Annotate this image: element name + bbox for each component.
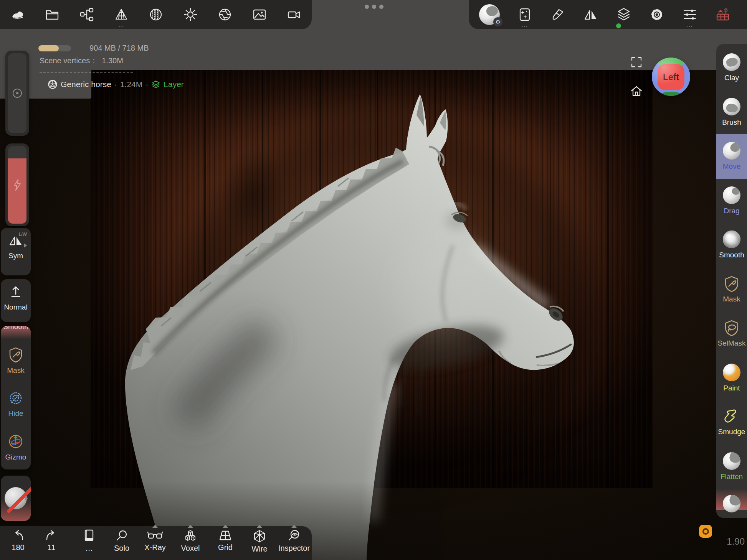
caret-up-icon <box>223 525 228 528</box>
chevron-right-icon <box>24 243 29 248</box>
chevron-right-icon <box>25 496 30 501</box>
matcap-sphere-icon: ⚙ <box>479 4 500 25</box>
normal-label: Normal <box>1 303 31 311</box>
radius-slider[interactable] <box>5 51 29 136</box>
view-scale-value: 1.90 <box>714 536 745 547</box>
memory-usage-bar <box>38 45 71 51</box>
sphere-icon <box>723 495 740 512</box>
material-icon[interactable] <box>147 6 164 23</box>
tool-mask[interactable]: Mask <box>716 267 747 312</box>
orientation-gizmo[interactable]: Left <box>652 58 690 96</box>
hide-dotted-icon <box>8 390 23 406</box>
drag-sphere-icon <box>723 186 740 204</box>
smudge-finger-icon <box>723 408 740 425</box>
camera-icon[interactable] <box>286 6 302 23</box>
mask-shield-icon <box>8 347 23 363</box>
stroke-normal-button[interactable]: Normal <box>1 279 31 322</box>
tool-flatten[interactable]: Flatten <box>716 445 747 489</box>
clay-sphere-icon <box>723 53 740 71</box>
symmetry-button[interactable] <box>582 6 599 23</box>
tool-paint[interactable]: Paint <box>716 356 747 400</box>
redo-button[interactable]: 11 <box>34 529 69 552</box>
postprocess-icon[interactable] <box>216 6 233 23</box>
symmetry-button[interactable]: L/W Sym <box>1 228 31 275</box>
selmask-shield-icon <box>724 320 740 336</box>
flatten-sphere-icon <box>723 452 740 470</box>
scene-vertices: Scene vertices： 1.30M <box>40 56 123 66</box>
tool-next-partial[interactable] <box>716 489 747 510</box>
brush-sphere-icon <box>723 98 740 115</box>
material-none-button[interactable] <box>1 476 31 521</box>
gizmo-axes-icon <box>8 433 24 450</box>
layer-icon <box>151 80 160 89</box>
gear-badge-icon: ⚙ <box>493 17 502 26</box>
record-badge-button[interactable] <box>699 525 712 538</box>
tool-gizmo[interactable]: Gizmo <box>1 426 31 469</box>
tool-hide[interactable]: Hide <box>1 382 31 426</box>
layers-button[interactable] <box>615 6 632 23</box>
caret-up-icon <box>152 525 158 528</box>
gizmo-shine <box>652 58 690 96</box>
notes-button[interactable]: … <box>71 529 107 553</box>
topology-icon[interactable]: … <box>113 6 130 23</box>
settings-button[interactable] <box>648 6 665 23</box>
paint-sphere-icon <box>723 364 740 381</box>
object-name: Generic horse <box>61 80 111 89</box>
move-sphere-icon <box>723 142 740 160</box>
xray-button[interactable]: X-Ray <box>137 529 173 552</box>
tool-sidebar[interactable]: Clay Brush Move Drag Smooth Mask SelMask… <box>716 44 747 518</box>
tool-mask[interactable]: Mask <box>1 339 31 382</box>
paint-mode-button[interactable] <box>549 6 566 23</box>
tool-move[interactable]: Move <box>716 134 747 179</box>
unsaved-dot <box>616 23 621 28</box>
layer-label[interactable]: Layer <box>164 80 184 89</box>
mask-shield-icon <box>724 275 740 292</box>
left-tool-list[interactable]: Smooth Mask Hide Gizmo <box>1 326 31 469</box>
memory-bar-fill <box>38 45 59 51</box>
sym-mode-label: L/W <box>19 232 27 237</box>
object-header[interactable]: Generic horse · 1.24M · Layer <box>48 79 184 89</box>
multitask-dots-icon <box>365 5 383 9</box>
scene-graph-icon[interactable] <box>78 6 95 23</box>
interface-sliders-button[interactable]: … <box>681 6 698 23</box>
object-vertex-count: 1.24M <box>120 80 142 89</box>
inspector-button[interactable]: Inspector <box>276 529 312 553</box>
mesh-sphere-icon <box>48 79 58 89</box>
tool-drag[interactable]: Drag <box>716 179 747 223</box>
normal-arrow-icon <box>8 285 23 298</box>
sym-label: Sym <box>1 252 31 260</box>
smooth-sphere-icon <box>723 231 740 248</box>
stamps-button[interactable]: … <box>516 6 533 23</box>
wire-button[interactable]: Wire <box>242 529 277 553</box>
grid-button[interactable]: Grid <box>208 529 243 552</box>
tool-smooth[interactable]: Smooth <box>1 326 31 339</box>
fullscreen-button[interactable] <box>630 55 643 69</box>
debug-toolbox-button[interactable] <box>714 6 731 23</box>
tool-smudge[interactable]: Smudge <box>716 400 747 445</box>
tool-clay[interactable]: Clay <box>716 46 747 90</box>
undo-button[interactable]: 180 <box>0 529 36 552</box>
material-sphere-icon <box>5 487 27 509</box>
caret-up-icon <box>188 525 193 528</box>
home-view-button[interactable] <box>630 84 643 98</box>
tool-selmask[interactable]: SelMask <box>716 311 747 356</box>
radius-dot-icon <box>12 87 23 99</box>
main-toolbar-left: … <box>0 0 312 29</box>
nomad-logo-icon[interactable] <box>9 6 26 23</box>
caret-up-icon <box>291 525 297 528</box>
main-toolbar-right: ⚙ … … <box>469 0 747 29</box>
bottom-toolbar: 180 11 … Solo X-Ray Voxel Grid Wire Insp… <box>0 526 312 560</box>
divider-dashed <box>40 72 133 72</box>
active-tool-preview-button[interactable]: ⚙ <box>479 6 500 23</box>
background-image-icon[interactable] <box>251 6 268 23</box>
tool-brush[interactable]: Brush <box>716 90 747 135</box>
lightning-icon <box>12 178 23 191</box>
files-icon[interactable] <box>44 6 61 23</box>
memory-usage-text: 904 MB / 718 MB <box>89 44 149 53</box>
tool-smooth[interactable]: Smooth <box>716 223 747 267</box>
caret-up-icon <box>257 525 262 528</box>
solo-button[interactable]: Solo <box>104 529 139 553</box>
lighting-icon[interactable] <box>182 6 199 23</box>
intensity-slider[interactable] <box>5 143 29 226</box>
voxel-button[interactable]: Voxel <box>173 529 208 553</box>
